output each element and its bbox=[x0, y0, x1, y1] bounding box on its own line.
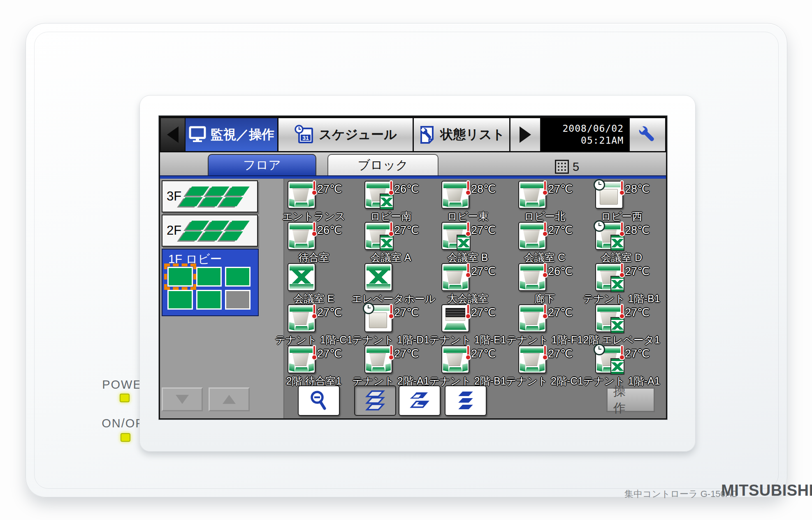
time-text: 05:21AM bbox=[541, 135, 624, 147]
floor-zone-cell[interactable] bbox=[225, 267, 251, 287]
left-arrow-icon bbox=[167, 126, 179, 143]
tab-scroll-left-button[interactable] bbox=[161, 118, 185, 151]
unit-temperature: 27℃ bbox=[471, 347, 496, 360]
ac-unit-icon bbox=[288, 263, 316, 291]
unit-name: テナント 2階-C1 bbox=[506, 374, 584, 388]
ac-unit-icon bbox=[441, 181, 469, 209]
thermometer-icon bbox=[619, 222, 625, 237]
floor-sidebar: 3F 2F 1F ロビー bbox=[160, 179, 284, 418]
tab-scroll-right-button[interactable] bbox=[510, 118, 540, 151]
floor-zone-cell[interactable] bbox=[196, 267, 222, 287]
scroll-down-button[interactable] bbox=[162, 387, 203, 411]
thermometer-icon bbox=[619, 304, 625, 319]
unit-temperature: 28℃ bbox=[625, 224, 650, 237]
ac-unit-icon bbox=[364, 181, 392, 209]
schedule-clock-icon bbox=[594, 179, 605, 191]
thermometer-icon bbox=[388, 345, 394, 360]
grid-count-value: 5 bbox=[573, 160, 579, 174]
subtab-floor[interactable]: フロア bbox=[208, 154, 316, 175]
unit-temperature: 27℃ bbox=[394, 347, 419, 360]
operate-button[interactable]: 操 作 bbox=[606, 387, 655, 412]
floor-zone-cell[interactable] bbox=[196, 290, 222, 310]
unit-temperature: 27℃ bbox=[548, 347, 573, 360]
unit-name: 待合室 bbox=[275, 251, 353, 264]
ventilation-badge-icon bbox=[457, 235, 471, 251]
grid-icon bbox=[555, 160, 569, 174]
floor-button-3f[interactable]: 3F bbox=[162, 180, 258, 212]
ventilation-badge-icon bbox=[380, 194, 394, 210]
layers-filled-icon bbox=[454, 390, 477, 411]
settings-button[interactable] bbox=[630, 118, 665, 151]
thermometer-icon bbox=[542, 222, 548, 237]
touchscreen: 監視／操作 31 スケジュール bbox=[159, 116, 667, 420]
wrench-icon bbox=[636, 124, 659, 146]
thermometer-icon bbox=[542, 304, 548, 319]
calendar-icon: 31 bbox=[294, 125, 315, 145]
main-tab-bar: 監視／操作 31 スケジュール bbox=[160, 117, 666, 152]
tab-label: 状態リスト bbox=[440, 126, 505, 143]
magnifier-minus-icon bbox=[309, 389, 329, 412]
down-arrow-icon bbox=[176, 395, 189, 404]
floor-zone-cell[interactable] bbox=[167, 267, 193, 287]
ac-unit-icon bbox=[441, 222, 469, 250]
tab-schedule[interactable]: 31 スケジュール bbox=[278, 118, 413, 151]
unit-temperature: 27℃ bbox=[317, 182, 342, 196]
unit-cell[interactable]: 28℃ ロビー西 bbox=[595, 181, 672, 222]
status-list-icon bbox=[418, 125, 436, 144]
thermometer-icon bbox=[465, 304, 471, 319]
ac-unit-icon bbox=[518, 181, 546, 209]
unit-temperature: 28℃ bbox=[471, 182, 496, 196]
date-text: 2008/06/02 bbox=[541, 123, 624, 135]
unit-cell[interactable]: 27℃ 2階 エレベータ1 bbox=[595, 304, 672, 345]
thermometer-icon bbox=[542, 345, 548, 360]
ac-unit-icon bbox=[364, 222, 392, 250]
unit-count-indicator: 5 bbox=[555, 160, 579, 174]
floor-button-2f[interactable]: 2F bbox=[162, 215, 258, 247]
thermometer-icon bbox=[542, 263, 548, 278]
floor-zone-cell[interactable] bbox=[167, 290, 193, 310]
ac-unit-icon bbox=[441, 263, 469, 291]
ventilation-badge-icon bbox=[610, 358, 624, 375]
tab-monitor-operate[interactable]: 監視／操作 bbox=[186, 118, 277, 151]
unit-temperature: 27℃ bbox=[471, 265, 496, 278]
unit-cell[interactable]: 27℃ テナント 1階-A1 bbox=[595, 345, 672, 387]
thermometer-icon bbox=[311, 304, 318, 319]
svg-text:31: 31 bbox=[302, 135, 309, 141]
unit-cell[interactable]: 27℃ テナント 1階-B1 bbox=[595, 263, 672, 304]
floor-view: 3F 2F 1F ロビー bbox=[160, 179, 666, 418]
floor-zone-cell[interactable] bbox=[225, 290, 251, 310]
ventilation-badge-icon bbox=[610, 317, 624, 333]
ventilation-badge-icon bbox=[380, 235, 394, 251]
ac-unit-icon bbox=[288, 181, 316, 209]
unit-temperature: 27℃ bbox=[394, 224, 419, 237]
thermometer-icon bbox=[465, 180, 471, 196]
unit-temperature: 26℃ bbox=[548, 265, 573, 278]
layer-select-button[interactable] bbox=[399, 385, 441, 416]
tab-label: 監視／操作 bbox=[211, 126, 274, 143]
ac-unit-icon bbox=[518, 222, 546, 250]
subtab-block[interactable]: ブロック bbox=[327, 154, 438, 175]
ac-unit-icon bbox=[595, 181, 623, 209]
ac-unit-icon bbox=[595, 345, 623, 373]
subtab-underline bbox=[160, 175, 666, 179]
ac-unit-icon bbox=[441, 345, 469, 373]
ac-unit-icon bbox=[364, 304, 392, 332]
ac-unit-icon bbox=[595, 304, 623, 332]
scroll-up-button[interactable] bbox=[209, 387, 250, 411]
layer-filled-button[interactable] bbox=[445, 385, 487, 416]
screenshot-stage: POWER ON/OFF 監視／操作 bbox=[0, 0, 812, 520]
floor-panel-1f[interactable]: 1F ロビー bbox=[162, 249, 259, 316]
unit-temperature: 26℃ bbox=[394, 182, 419, 196]
unit-cell[interactable]: 28℃ 会議室 D bbox=[595, 222, 672, 263]
zoom-out-button[interactable] bbox=[298, 385, 340, 416]
tab-status-list[interactable]: 状態リスト bbox=[414, 118, 509, 151]
thermometer-icon bbox=[311, 180, 318, 196]
right-arrow-icon bbox=[520, 126, 531, 143]
thermometer-icon bbox=[465, 222, 471, 237]
floor-button-label: 2F bbox=[167, 223, 181, 238]
ac-unit-icon bbox=[518, 345, 546, 373]
thermometer-icon bbox=[619, 180, 625, 196]
view-sub-tab-bar: フロア ブロック 5 bbox=[160, 152, 666, 179]
unit-temperature: 27℃ bbox=[625, 306, 650, 319]
layer-view-all-button[interactable] bbox=[354, 385, 396, 416]
